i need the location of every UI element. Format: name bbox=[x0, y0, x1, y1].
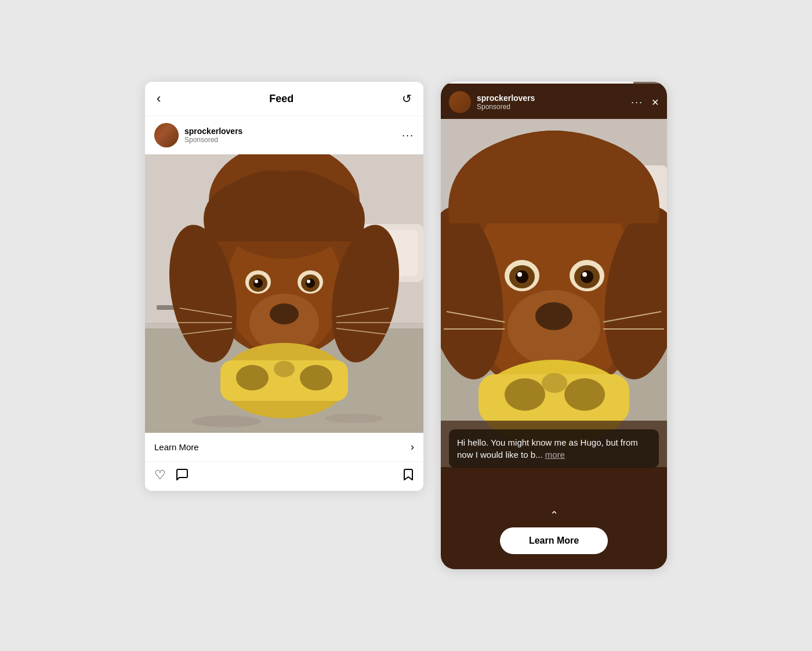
story-chevron-icon: ⌃ bbox=[441, 507, 667, 523]
svg-point-55 bbox=[542, 373, 567, 393]
post-image bbox=[145, 154, 423, 433]
post-user-info: sprockerlovers Sponsored bbox=[184, 126, 402, 144]
story-dog-photo bbox=[441, 119, 667, 467]
feed-mockup: ‹ Feed ↺ sprockerlovers Sponsored ··· bbox=[145, 82, 423, 491]
story-mockup: sprockerlovers Sponsored ··· ✕ bbox=[441, 82, 667, 569]
svg-point-53 bbox=[505, 378, 545, 411]
learn-more-arrow-icon: › bbox=[411, 441, 414, 453]
feed-nav-header: ‹ Feed ↺ bbox=[145, 82, 423, 116]
svg-point-17 bbox=[307, 280, 310, 283]
story-caption-text: Hi hello. You might know me as Hugo, but… bbox=[457, 436, 651, 461]
svg-point-15 bbox=[306, 279, 315, 288]
main-container: ‹ Feed ↺ sprockerlovers Sponsored ··· bbox=[122, 59, 690, 592]
svg-point-45 bbox=[516, 270, 528, 283]
svg-point-46 bbox=[581, 270, 593, 283]
story-actions: ··· ✕ bbox=[631, 96, 659, 108]
svg-point-54 bbox=[564, 378, 605, 411]
comment-button[interactable] bbox=[175, 468, 189, 485]
post-header: sprockerlovers Sponsored ··· bbox=[145, 116, 423, 154]
action-left-group: ♡ bbox=[154, 468, 189, 485]
story-progress-fill bbox=[441, 82, 633, 84]
story-user-info: sprockerlovers Sponsored bbox=[477, 93, 631, 111]
story-image-area: Hi hello. You might know me as Hugo, but… bbox=[441, 119, 667, 507]
dog-photo bbox=[145, 154, 423, 433]
svg-point-9 bbox=[270, 303, 299, 324]
svg-point-23 bbox=[236, 365, 269, 390]
svg-point-40 bbox=[535, 302, 572, 330]
story-progress-bar bbox=[441, 82, 667, 84]
learn-more-text: Learn More bbox=[154, 442, 199, 452]
post-sponsored-label: Sponsored bbox=[184, 136, 402, 144]
svg-point-48 bbox=[582, 272, 587, 277]
svg-point-14 bbox=[253, 279, 263, 288]
avatar bbox=[154, 123, 179, 147]
story-learn-more-button[interactable]: Learn More bbox=[500, 527, 608, 554]
post-more-button[interactable]: ··· bbox=[402, 129, 414, 142]
story-more-button[interactable]: ··· bbox=[631, 96, 643, 108]
avatar-image bbox=[154, 123, 179, 147]
save-button[interactable] bbox=[401, 468, 414, 485]
story-caption-more-link[interactable]: more bbox=[545, 450, 565, 460]
story-avatar bbox=[449, 91, 471, 113]
story-close-button[interactable]: ✕ bbox=[651, 97, 659, 108]
story-header: sprockerlovers Sponsored ··· ✕ bbox=[441, 82, 667, 119]
svg-point-16 bbox=[255, 280, 258, 283]
svg-point-25 bbox=[274, 361, 295, 377]
like-button[interactable]: ♡ bbox=[154, 468, 166, 485]
story-username: sprockerlovers bbox=[477, 93, 631, 103]
learn-more-bar[interactable]: Learn More › bbox=[145, 433, 423, 462]
refresh-button[interactable]: ↺ bbox=[402, 92, 412, 106]
story-sponsored-label: Sponsored bbox=[477, 103, 631, 111]
story-caption: Hi hello. You might know me as Hugo, but… bbox=[449, 429, 659, 468]
feed-title: Feed bbox=[269, 93, 293, 105]
back-button[interactable]: ‹ bbox=[157, 91, 161, 106]
post-username: sprockerlovers bbox=[184, 126, 402, 136]
story-bottom: ⌃ Learn More bbox=[441, 507, 667, 569]
post-actions: ♡ bbox=[145, 462, 423, 491]
svg-point-47 bbox=[517, 272, 522, 277]
svg-point-32 bbox=[191, 415, 261, 427]
svg-point-24 bbox=[300, 365, 332, 390]
svg-point-33 bbox=[325, 414, 383, 423]
